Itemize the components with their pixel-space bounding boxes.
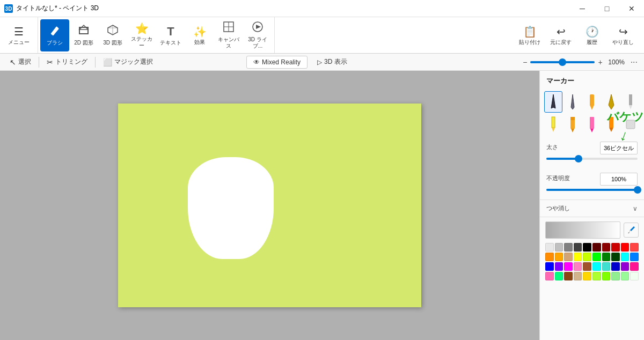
swatch-lightgreen[interactable] [611,272,620,280]
swatch-yellow[interactable] [574,253,582,261]
2d-shape-tool[interactable]: 2D 図形 [69,19,98,51]
mixed-reality-button[interactable]: 👁 Mixed Reality [246,56,308,69]
paste-button[interactable]: 📋 貼り付け [515,19,544,51]
canvas-area[interactable] [0,71,539,340]
trim-tool[interactable]: ✂ トリミング [41,54,93,71]
toolbar-actions: 📋 貼り付け ↩ 元に戻す 🕐 履歴 ↪ やり直し [515,19,642,51]
swatch-gray[interactable] [564,243,573,252]
brush-pen-gold[interactable] [602,91,620,113]
zoom-slider[interactable] [530,61,595,63]
minimize-button[interactable]: ─ [570,0,595,17]
swatch-chartreuse[interactable] [602,272,611,280]
swatch-orange[interactable] [555,253,564,261]
swatch-red[interactable] [621,243,630,252]
maximize-button[interactable]: □ [595,0,619,17]
swatch-silver[interactable] [555,243,564,252]
brush-marker-orange2[interactable] [602,114,620,135]
swatch-magenta[interactable] [564,262,573,271]
swatch-saddlebrown[interactable] [564,272,573,280]
swatch-greenyellow[interactable] [592,272,601,280]
swatch-turquoise[interactable] [602,262,611,271]
swatch-blue[interactable] [545,262,554,271]
brush-marker-pink[interactable] [583,114,601,135]
canvas-tool[interactable]: キャンバス [214,19,243,51]
opacity-label: 不透明度 [546,174,570,182]
swatch-palegreen[interactable] [621,272,630,280]
brush-tool[interactable]: ブラシ [40,19,69,51]
brush-marker-tall[interactable] [564,114,582,135]
redo-button[interactable]: ↪ やり直し [609,19,638,51]
swatch-violet[interactable] [621,262,630,271]
brush-pencil-gray[interactable] [621,91,640,113]
window-controls[interactable]: ─ □ ✕ [570,0,644,17]
swatch-yellowgreen[interactable] [583,253,591,261]
swatch-darkred[interactable] [611,243,620,252]
main-area: バケツ ↓ マーカー [0,71,644,340]
menubar: ↖ 選択 ✂ トリミング ⬜ マジック選択 👁 Mixed Reality ▷ … [0,54,644,71]
swatch-purple[interactable] [555,262,564,271]
zoom-in-button[interactable]: + [598,58,602,66]
opacity-input[interactable] [600,173,638,186]
menu-button[interactable]: ☰ メニュー [4,19,33,51]
brush-eraser[interactable] [621,114,640,135]
swatch-medblue[interactable] [611,262,620,271]
swatch-green[interactable] [602,253,611,261]
swatch-tan[interactable] [564,253,573,261]
swatch-hotpink[interactable] [545,272,554,280]
3dlive-tool[interactable]: 3D ライブ... [243,19,272,51]
swatch-darkgreen[interactable] [611,253,620,261]
sticker-tool[interactable]: ⭐ ステッカー [127,19,156,51]
app-title: タイトルなし* - ペイント 3D [16,4,99,13]
swatch-lightred[interactable] [630,243,639,252]
swatch-lightgray[interactable] [545,243,554,252]
swatch-darkmaroon[interactable] [592,243,601,252]
size-slider[interactable] [546,158,638,160]
swatch-black[interactable] [583,243,591,252]
opacity-slider[interactable] [546,189,638,191]
undo-button[interactable]: ↩ 元に戻す [546,19,575,51]
title-bar: 3D タイトルなし* - ペイント 3D ─ □ ✕ [0,0,644,17]
3d-view-button[interactable]: ▷ 3D 表示 [312,54,353,71]
select-tool[interactable]: ↖ 選択 [4,54,36,71]
swatch-darkgray[interactable] [574,243,582,252]
swatch-lime[interactable] [592,253,601,261]
swatch-darkorange[interactable] [545,253,554,261]
sep2 [95,57,96,68]
history-button[interactable]: 🕐 履歴 [577,19,606,51]
swatch-tan2[interactable] [574,272,582,280]
swatch-maroon[interactable] [602,243,611,252]
brush-marker-orange[interactable] [583,91,601,113]
effects-tool[interactable]: ✨ 効果 [185,19,214,51]
brush-calligraphy[interactable] [544,91,562,113]
canvas[interactable] [118,104,421,307]
matte-section[interactable]: つや消し ∨ [540,199,644,217]
svg-rect-14 [609,117,613,128]
svg-rect-10 [629,94,632,105]
swatch-cyan[interactable] [621,253,630,261]
panel-title: マーカー [540,71,644,89]
color-preview [545,221,620,239]
opacity-section: 不透明度 [540,168,644,199]
zoom-out-button[interactable]: − [523,58,527,66]
swatch-cornflower[interactable] [630,253,639,261]
brush-pen[interactable] [564,91,582,113]
brush-pencil-yellow[interactable] [544,114,562,135]
more-options-button[interactable]: ··· [631,57,638,67]
canvas-shape [188,157,274,259]
magic-select-tool[interactable]: ⬜ マジック選択 [98,54,158,71]
text-tool[interactable]: T テキスト [156,19,185,51]
eyedropper-button[interactable] [624,223,639,238]
color-palette [545,243,639,280]
swatch-aqua[interactable] [592,262,601,271]
swatch-gold[interactable] [583,272,591,280]
close-button[interactable]: ✕ [619,0,644,17]
3d-shape-tool[interactable]: 3D 図形 [98,19,127,51]
svg-rect-15 [626,120,635,129]
svg-text:3D: 3D [5,6,12,12]
swatch-pink[interactable] [574,262,582,271]
swatch-springgreen[interactable] [555,272,564,280]
swatch-deeppink[interactable] [630,262,639,271]
swatch-honeydew[interactable] [630,272,639,280]
swatch-sienna[interactable] [583,262,591,271]
size-input[interactable] [600,142,638,154]
